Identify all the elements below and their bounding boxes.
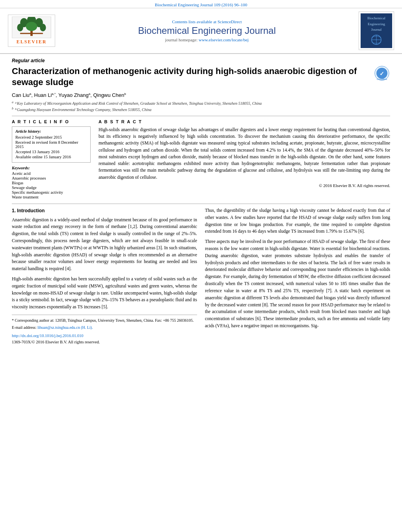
svg-text:✓: ✓: [380, 70, 384, 77]
svg-rect-7: [20, 33, 43, 34]
accepted-date: Accepted 13 January 2016: [15, 150, 87, 154]
journal-title-center: Contents lists available at ScienceDirec…: [55, 19, 359, 42]
keyword-4: Sewage sludge: [12, 185, 91, 190]
body-para-1: Anaerobic digestion is a widely-used met…: [12, 217, 197, 273]
journal-header: ELSEVIER Contents lists available at Sci…: [0, 8, 402, 54]
keyword-5: Specific methanogenic activity: [12, 190, 91, 195]
received-date: Received 2 September 2015: [15, 135, 87, 139]
body-left-column: 1. Introduction Anaerobic digestion is a…: [12, 207, 197, 346]
sciencedirect-link[interactable]: ScienceDirect: [218, 19, 242, 24]
affiliations-block: a ᵃ Key Laboratory of Microorganism Appl…: [12, 100, 390, 112]
revised-date: Received in revised form 8 December 2015: [15, 140, 87, 149]
keyword-3: Biogas: [12, 181, 91, 185]
copyright-line: © 2016 Elsevier B.V. All rights reserved…: [99, 183, 390, 188]
article-history-box: Article history: Received 2 September 20…: [12, 126, 91, 163]
corresponding-author-note: * Corresponding author at: 1205B, Tsingh…: [12, 317, 197, 324]
keyword-6: Waste treatment: [12, 195, 91, 199]
journal-citation-bar: Biochemical Engineering Journal 109 (201…: [0, 0, 402, 8]
elsevier-logo-image: [12, 17, 51, 38]
body-para-3: Thus, the digestibility of the sludge ha…: [205, 207, 390, 235]
section-1-title: 1. Introduction: [12, 207, 197, 215]
abstract-column: A B S T R A C T High-solids anaerobic di…: [99, 119, 390, 200]
elsevier-brand-text: ELSEVIER: [17, 39, 47, 45]
svg-point-5: [40, 24, 46, 31]
affiliation-b: b ᵇ Guangdong Haoyuan Environmental Tech…: [12, 107, 390, 112]
sciencedirect-label: Contents lists available at ScienceDirec…: [63, 19, 351, 24]
article-title-text: Characterization of methanogenic activit…: [12, 66, 374, 88]
affiliation-a: a ᵃ Key Laboratory of Microorganism Appl…: [12, 100, 390, 106]
article-content: Regular article Characterization of meth…: [0, 54, 402, 354]
crossmark-badge: ✓ CrossMark: [374, 66, 390, 82]
svg-point-8: [26, 22, 37, 31]
bej-logo-box: Biochemical Engineering Journal: [359, 11, 394, 50]
keywords-box: Keywords: Acetic acid Anaerobic processe…: [12, 166, 91, 199]
keywords-label: Keywords:: [12, 166, 91, 170]
doi-line: http://dx.doi.org/10.1016/j.bej.2016.01.…: [12, 333, 197, 339]
body-para-4: Three aspects may be involved in the poo…: [205, 238, 390, 330]
email-link[interactable]: lihuan@sz.tsinghua.edu.cn (H. Li).: [37, 325, 93, 330]
journal-main-title: Biochemical Engineering Journal: [63, 25, 351, 36]
abstract-heading: A B S T R A C T: [99, 119, 390, 124]
body-para-2: High-solids anaerobic digestion has been…: [12, 276, 197, 311]
elsevier-logo-box: ELSEVIER: [8, 15, 55, 47]
article-history-label: Article history:: [15, 129, 87, 133]
journal-homepage-link[interactable]: www.elsevier.com/locate/bej: [199, 37, 249, 42]
email-note: E-mail address: lihuan@sz.tsinghua.edu.c…: [12, 324, 197, 331]
footnotes-section: * Corresponding author at: 1205B, Tsingh…: [12, 315, 197, 330]
abstract-text: High-solids anaerobic digestion of sewag…: [99, 126, 390, 181]
keyword-1: Acetic acid: [12, 171, 91, 176]
body-content: 1. Introduction Anaerobic digestion is a…: [12, 207, 390, 346]
article-type-label: Regular article: [12, 58, 390, 63]
available-online-date: Available online 15 January 2016: [15, 155, 87, 159]
svg-point-4: [17, 24, 23, 31]
bej-logo-inner: Biochemical Engineering Journal: [361, 13, 392, 48]
article-title-block: Characterization of methanogenic activit…: [12, 66, 390, 88]
journal-citation-text: Biochemical Engineering Journal 109 (201…: [155, 2, 247, 7]
author-list: Can Liua, Huan Lia,*, Yuyao Zhanga, Qing…: [12, 92, 126, 98]
article-info-heading: A R T I C L E I N F O: [12, 119, 91, 124]
keyword-2: Anaerobic processes: [12, 176, 91, 180]
journal-homepage: journal homepage: www.elsevier.com/locat…: [63, 37, 351, 42]
article-info-column: A R T I C L E I N F O Article history: R…: [12, 119, 91, 200]
article-info-abstract-section: A R T I C L E I N F O Article history: R…: [12, 116, 390, 200]
issn-line: 1369-703X/© 2016 Elsevier B.V. All right…: [12, 339, 197, 345]
authors-line: Can Liua, Huan Lia,*, Yuyao Zhanga, Qing…: [12, 92, 390, 98]
body-divider: [12, 204, 390, 204]
svg-text:CrossMark: CrossMark: [377, 78, 387, 80]
doi-link[interactable]: http://dx.doi.org/10.1016/j.bej.2016.01.…: [12, 334, 84, 338]
body-right-column: Thus, the digestibility of the sludge ha…: [205, 207, 390, 346]
